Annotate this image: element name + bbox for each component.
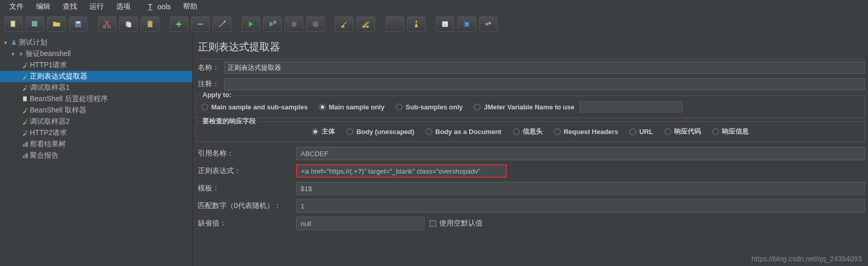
svg-rect-15 [341, 26, 344, 28]
tree-thread[interactable]: ▼ 验证beanshell [0, 48, 192, 60]
svg-rect-37 [26, 142, 27, 146]
tree-item-label: BeanShell 后置处理程序 [30, 94, 108, 104]
field-headers[interactable]: 信息头 [513, 127, 543, 136]
menu-edit[interactable]: 编辑 [31, 1, 56, 12]
svg-rect-39 [25, 155, 26, 158]
apply-main-sub[interactable]: Main sample and sub-samples [201, 103, 308, 111]
name-input[interactable] [224, 62, 865, 74]
apply-to-legend: Apply to: [200, 91, 233, 99]
svg-rect-8 [127, 23, 132, 27]
menu-find[interactable]: 查找 [58, 1, 82, 12]
apply-jvar[interactable]: JMeter Variable Name to use [474, 101, 682, 112]
svg-point-11 [224, 21, 226, 22]
menu-help[interactable]: 帮助 [178, 1, 202, 12]
field-code[interactable]: 响应代码 [664, 127, 701, 136]
match-label: 匹配数字（0代表随机）： [196, 201, 296, 211]
tree-item-label: 调试取样器1 [30, 83, 70, 92]
tb-gears-icon[interactable] [479, 16, 497, 32]
svg-rect-28 [25, 63, 27, 65]
svg-rect-16 [362, 26, 365, 28]
tb-clear-all-icon[interactable] [357, 16, 375, 32]
field-body[interactable]: 主体 [312, 127, 335, 136]
field-url[interactable]: URL [630, 128, 653, 136]
tree-item[interactable]: HTTP1请求 [0, 60, 192, 71]
svg-point-12 [273, 21, 276, 24]
tb-run-icon[interactable] [242, 16, 260, 32]
svg-rect-30 [25, 85, 27, 87]
svg-point-5 [103, 26, 106, 28]
tree-root[interactable]: ▼ 测试计划 [0, 37, 192, 48]
tb-new-icon[interactable] [4, 16, 23, 32]
tree-item[interactable]: BeanShell 取样器 [0, 105, 192, 116]
tree-item[interactable]: 调试取样器2 [0, 116, 192, 127]
menu-tools[interactable]: Tools [138, 2, 176, 12]
tb-save-icon[interactable] [69, 16, 87, 32]
use-empty-checkbox[interactable]: 使用空默认值 [430, 219, 483, 228]
svg-rect-13 [292, 22, 297, 27]
tb-search-icon[interactable] [385, 16, 404, 32]
tree-item[interactable]: 调试取样器1 [0, 82, 192, 93]
regex-input[interactable] [296, 164, 507, 178]
tb-minus-icon[interactable] [191, 16, 210, 32]
tb-run-notimer-icon[interactable] [263, 16, 282, 32]
tb-function-helper-icon[interactable] [436, 16, 454, 32]
tree-item[interactable]: 聚合报告 [0, 150, 192, 161]
tree-item[interactable]: 正则表达式提取器 [0, 71, 192, 82]
tb-templates-icon[interactable] [26, 16, 44, 32]
pipette-icon [21, 129, 30, 137]
tree-item[interactable]: 察看结果树 [0, 139, 192, 150]
template-input[interactable] [296, 182, 865, 195]
jvar-input[interactable] [580, 101, 682, 112]
tb-wand-icon[interactable] [213, 16, 231, 32]
svg-rect-4 [76, 22, 80, 24]
menu-options[interactable]: 选项 [111, 1, 136, 12]
tb-stop-icon[interactable] [285, 16, 303, 32]
tb-reset-search-icon[interactable] [407, 16, 426, 32]
svg-point-24 [486, 23, 489, 26]
default-input[interactable] [296, 217, 424, 230]
chart-icon [21, 141, 30, 148]
comment-input[interactable] [224, 78, 865, 90]
field-msg[interactable]: 响应信息 [712, 127, 749, 136]
tree-item-label: 正则表达式提取器 [30, 72, 87, 81]
tree-item[interactable]: BeanShell 后置处理程序 [0, 93, 192, 105]
tb-copy-icon[interactable] [119, 16, 138, 32]
panel-title: 正则表达式提取器 [196, 37, 865, 60]
tree-item[interactable]: HTTP2请求 [0, 127, 192, 139]
refname-label: 引用名称： [196, 149, 296, 158]
svg-rect-17 [366, 26, 368, 28]
svg-rect-36 [25, 143, 26, 147]
svg-rect-38 [23, 156, 24, 158]
tb-paste-icon[interactable] [141, 16, 159, 32]
svg-rect-33 [25, 119, 27, 121]
tree-root-label: 测试计划 [19, 38, 47, 47]
svg-rect-35 [23, 144, 24, 147]
tree-item-label: HTTP1请求 [30, 61, 67, 70]
pipette-icon [21, 118, 30, 125]
svg-rect-0 [11, 21, 15, 27]
svg-rect-32 [25, 108, 27, 110]
svg-rect-9 [148, 21, 153, 27]
field-body-doc[interactable]: Body as a Document [426, 128, 502, 136]
apply-main-only[interactable]: Main sample only [319, 103, 384, 111]
tb-clear-icon[interactable] [335, 16, 354, 32]
name-label: 名称： [196, 63, 224, 72]
response-field-group: 要检查的响应字段 主体 Body (unescaped) Body as a D… [196, 121, 865, 142]
tree-thread-label: 验证beanshell [26, 49, 71, 59]
tb-cut-icon[interactable] [98, 16, 116, 32]
svg-point-25 [489, 22, 491, 25]
match-input[interactable] [296, 199, 865, 213]
tb-open-icon[interactable] [47, 16, 66, 32]
menu-file[interactable]: 文件 [4, 1, 29, 12]
svg-rect-2 [33, 22, 36, 25]
menu-run[interactable]: 运行 [84, 1, 109, 12]
tb-shutdown-icon[interactable] [306, 16, 325, 32]
apply-sub-only[interactable]: Sub-samples only [396, 103, 463, 111]
field-req-headers[interactable]: Request Headers [554, 128, 618, 136]
svg-point-27 [21, 53, 22, 54]
field-body-unescaped[interactable]: Body (unescaped) [346, 128, 414, 136]
refname-input[interactable] [296, 147, 865, 160]
default-label: 缺省值： [196, 219, 296, 228]
tb-help-icon[interactable]: ? [457, 16, 476, 32]
tb-plus-icon[interactable] [170, 16, 188, 32]
